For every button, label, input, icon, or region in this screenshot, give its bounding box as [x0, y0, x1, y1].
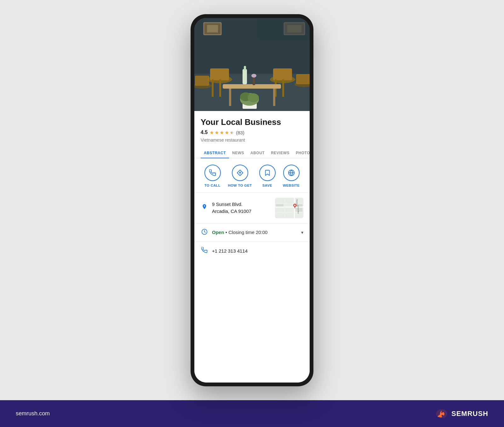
save-label: SAVE [262, 184, 272, 187]
svg-rect-12 [273, 68, 292, 80]
business-type: Vietnamese restaurant [201, 137, 303, 143]
phone-device: Your Local Business 4.5 ★ ★ ★ ★ ★ (83) V… [191, 14, 313, 386]
address-line1: 9 Sunset Blvd. [212, 201, 271, 208]
star-5-half: ★ [230, 130, 234, 136]
info-card: Your Local Business 4.5 ★ ★ ★ ★ ★ (83) V… [194, 111, 310, 383]
tab-photos[interactable]: PHOTOS [293, 148, 310, 158]
phone-row-icon [201, 247, 208, 255]
open-status: Open [212, 230, 224, 235]
review-count: (83) [236, 130, 244, 135]
svg-rect-10 [219, 79, 221, 97]
directions-button[interactable]: HOW TO GET [228, 165, 252, 187]
location-icon [201, 204, 208, 212]
tab-about[interactable]: ABOUT [247, 148, 268, 158]
clock-svg [201, 229, 208, 235]
svg-rect-9 [212, 79, 214, 97]
rating-row: 4.5 ★ ★ ★ ★ ★ (83) [201, 130, 303, 136]
star-4: ★ [225, 130, 229, 136]
globe-icon [288, 169, 295, 176]
semrush-flame-icon [435, 409, 448, 419]
directions-icon [237, 169, 243, 176]
svg-rect-20 [229, 89, 231, 106]
phone-icon [209, 169, 216, 176]
main-content: Your Local Business 4.5 ★ ★ ★ ★ ★ (83) V… [0, 0, 504, 400]
hours-row[interactable]: Open • Closing time 20:00 ▾ [194, 224, 310, 242]
call-button[interactable]: TO CALL [204, 165, 221, 187]
semrush-brand: SEMRUSH [451, 410, 488, 418]
website-button-icon [283, 165, 300, 181]
star-3: ★ [220, 130, 224, 136]
restaurant-photo [194, 18, 310, 111]
chevron-down-icon[interactable]: ▾ [301, 230, 303, 235]
business-name: Your Local Business [201, 117, 303, 127]
bookmark-icon [264, 169, 271, 176]
website-label: WEBSITE [283, 184, 300, 187]
hours-text-container: Open • Closing time 20:00 [212, 230, 296, 235]
svg-point-29 [248, 93, 259, 102]
stars: ★ ★ ★ ★ ★ [209, 130, 234, 136]
save-button[interactable]: SAVE [259, 165, 276, 187]
svg-rect-23 [244, 66, 246, 70]
svg-rect-8 [210, 68, 229, 80]
svg-rect-16 [195, 76, 209, 86]
save-button-icon [259, 165, 276, 181]
svg-rect-14 [282, 79, 284, 97]
svg-rect-19 [223, 84, 281, 89]
directions-label: HOW TO GET [228, 184, 252, 187]
svg-rect-18 [296, 74, 310, 84]
svg-rect-22 [243, 69, 247, 84]
svg-rect-21 [273, 89, 275, 106]
svg-point-46 [294, 204, 296, 206]
address-row: 9 Sunset Blvd. Arcadia, CA 91007 [194, 193, 310, 224]
svg-rect-36 [275, 203, 303, 204]
directions-button-icon [232, 165, 248, 181]
address-line2: Arcadia, CA 91007 [212, 208, 271, 215]
phone-row-svg [201, 247, 208, 253]
svg-point-25 [251, 74, 256, 78]
closing-time: Closing time 20:00 [228, 230, 267, 235]
map-svg: Okoboji Dr Sunset Blvd [275, 198, 303, 218]
photo-scene [194, 18, 310, 111]
tab-bar: ABSTRACT NEWS ABOUT REVIEWS PHOTOS [194, 148, 310, 158]
call-button-icon [204, 165, 221, 181]
bottom-bar: semrush.com SEMRUSH [0, 400, 504, 427]
phone-number: +1 212 313 4114 [212, 248, 248, 254]
phone-screen: Your Local Business 4.5 ★ ★ ★ ★ ★ (83) V… [194, 18, 310, 383]
phone-row[interactable]: +1 212 313 4114 [194, 242, 310, 260]
star-2: ★ [215, 130, 219, 136]
status-dot: • [226, 230, 228, 235]
tab-reviews[interactable]: REVIEWS [268, 148, 293, 158]
svg-rect-24 [253, 76, 255, 85]
tab-abstract[interactable]: ABSTRACT [201, 148, 229, 158]
map-thumbnail[interactable]: Okoboji Dr Sunset Blvd [275, 198, 303, 218]
call-label: TO CALL [204, 184, 220, 187]
rating-number: 4.5 [201, 130, 208, 135]
semrush-url: semrush.com [16, 410, 50, 417]
website-button[interactable]: WEBSITE [283, 165, 300, 187]
address-text: 9 Sunset Blvd. Arcadia, CA 91007 [212, 201, 271, 215]
star-1: ★ [209, 130, 214, 136]
map-pin-icon [201, 204, 208, 211]
svg-text:Sunset Blvd: Sunset Blvd [297, 205, 299, 214]
svg-rect-6 [257, 18, 310, 40]
semrush-logo: SEMRUSH [435, 409, 488, 419]
svg-rect-39 [284, 198, 285, 218]
clock-icon [201, 229, 208, 237]
tab-news[interactable]: NEWS [229, 148, 247, 158]
svg-rect-40 [276, 204, 284, 207]
svg-rect-3 [207, 25, 218, 32]
action-buttons: TO CALL HOW TO GET [194, 158, 310, 193]
